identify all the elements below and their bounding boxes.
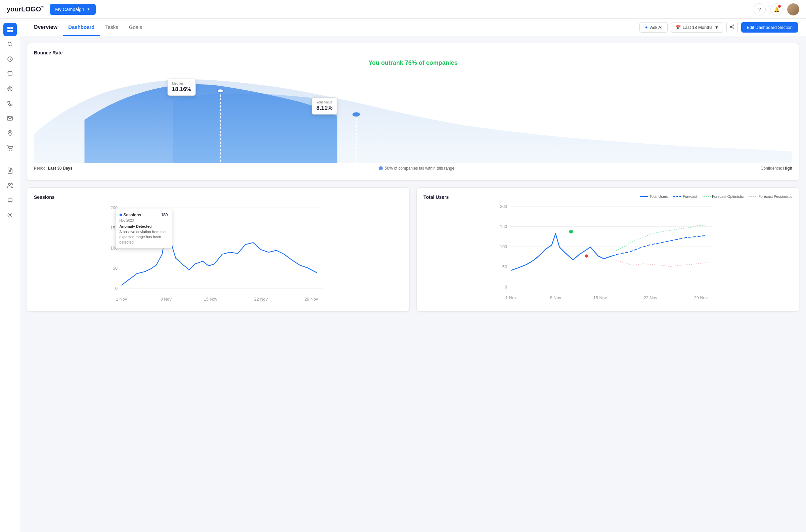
svg-text:8 Nov: 8 Nov xyxy=(550,296,561,300)
bounce-rate-svg xyxy=(34,69,792,163)
sessions-card: Sessions 200 150 100 xyxy=(27,187,410,312)
bounce-chart-area: Median 18.16% Your Value 8.11% xyxy=(34,69,792,163)
svg-rect-0 xyxy=(7,27,10,29)
svg-point-8 xyxy=(8,87,12,91)
svg-text:100: 100 xyxy=(500,245,507,249)
svg-point-9 xyxy=(9,88,11,90)
median-dot xyxy=(217,89,224,93)
avatar-button[interactable] xyxy=(787,3,799,16)
forecast-line xyxy=(612,235,707,256)
svg-text:15 Nov: 15 Nov xyxy=(204,297,218,302)
svg-text:0: 0 xyxy=(505,285,507,289)
svg-line-5 xyxy=(11,45,12,47)
legend-forecast-optimistic: Forecast Optimistic xyxy=(703,194,744,198)
svg-point-21 xyxy=(733,25,734,26)
help-icon: ? xyxy=(758,7,761,12)
sidebar-item-chat[interactable] xyxy=(3,67,17,81)
campaign-label: My Campaign xyxy=(55,7,84,12)
users-anomaly-dot xyxy=(585,254,589,258)
anomaly-title: Anomaly Detected xyxy=(119,224,168,228)
ask-ai-button[interactable]: ✦ Ask AI xyxy=(639,22,668,33)
total-users-card: Total Users Total Users Forecast xyxy=(417,187,799,312)
tab-dashboard[interactable]: Dashboard xyxy=(63,19,100,36)
chart-legend: Total Users Forecast Forecast Optimistic xyxy=(640,194,792,198)
notification-button[interactable]: 🔔 xyxy=(770,3,783,16)
sidebar-item-target[interactable] xyxy=(3,82,17,95)
svg-text:15 Nov: 15 Nov xyxy=(593,296,607,300)
svg-point-10 xyxy=(10,88,11,89)
share-icon xyxy=(730,24,734,30)
svg-rect-3 xyxy=(11,30,13,32)
sidebar-item-document[interactable] xyxy=(3,164,17,177)
svg-text:1 Nov: 1 Nov xyxy=(505,296,517,300)
sessions-chart-container: 200 150 100 50 0 1 Nov 8 Nov 15 Nov 22 N… xyxy=(34,204,403,305)
confidence-info: Confidence: High xyxy=(761,166,792,171)
bounce-chart-container: You outrank 76% of companies xyxy=(34,59,792,174)
tab-overview[interactable]: Overview xyxy=(28,19,63,36)
bounce-footer: Period: Last 30 Days 50% of companies fa… xyxy=(34,166,792,171)
nav-tabs: Overview Dashboard Tasks Goals xyxy=(28,19,148,36)
help-button[interactable]: ? xyxy=(754,3,766,16)
sessions-tooltip-header: Sessions 180 xyxy=(119,213,168,217)
nav-actions: ✦ Ask AI 📅 Last 18 Months ▼ Edit Dashboa… xyxy=(639,22,798,33)
sidebar-item-cart[interactable] xyxy=(3,141,17,154)
sessions-dot xyxy=(119,214,122,216)
notification-dot xyxy=(778,5,781,8)
sessions-value: 180 xyxy=(161,213,168,217)
period-info: Period: Last 30 Days xyxy=(34,166,73,171)
svg-text:150: 150 xyxy=(500,224,507,229)
total-users-line-icon xyxy=(640,196,648,197)
bottom-charts: Sessions 200 150 100 xyxy=(27,187,799,312)
campaign-button[interactable]: My Campaign ▼ xyxy=(50,4,95,15)
tab-tasks[interactable]: Tasks xyxy=(100,19,123,36)
sessions-tooltip: Sessions 180 Nov 2023 Anomaly Detected A… xyxy=(115,209,172,249)
sidebar-item-mail[interactable] xyxy=(3,112,17,125)
logo: yourLOGO™ xyxy=(7,5,44,13)
bounce-headline: You outrank 76% of companies xyxy=(34,59,792,66)
anomaly-desc: A positive deviation from the expected r… xyxy=(119,229,168,245)
legend-forecast: Forecast xyxy=(673,194,697,198)
logo-text: yourLOGO™ xyxy=(7,5,44,13)
svg-text:29 Nov: 29 Nov xyxy=(305,297,319,302)
svg-point-23 xyxy=(730,26,731,27)
sessions-svg: 200 150 100 50 0 1 Nov 8 Nov 15 Nov 22 N… xyxy=(34,204,403,305)
svg-text:200: 200 xyxy=(500,204,507,209)
main-content: Overview Dashboard Tasks Goals ✦ Ask AI xyxy=(20,19,806,318)
date-range-button[interactable]: 📅 Last 18 Months ▼ xyxy=(671,22,723,33)
forecast-optimistic-icon xyxy=(703,196,711,197)
svg-text:1 Nov: 1 Nov xyxy=(116,297,127,302)
svg-point-17 xyxy=(8,183,11,185)
sidebar-item-grid[interactable] xyxy=(3,23,17,36)
sidebar-item-people[interactable] xyxy=(3,179,17,192)
svg-point-13 xyxy=(9,150,10,150)
svg-text:50: 50 xyxy=(502,265,507,269)
sidebar-item-settings[interactable] xyxy=(3,208,17,222)
avatar xyxy=(787,3,799,16)
svg-point-4 xyxy=(8,42,11,46)
range-legend: 50% of companies fall within this range xyxy=(379,166,454,171)
ai-star-icon: ✦ xyxy=(645,25,648,30)
date-range-label: Last 18 Months xyxy=(683,25,713,30)
bounce-rate-title: Bounce Rate xyxy=(34,50,792,55)
svg-rect-1 xyxy=(11,27,13,29)
total-users-svg: 200 150 100 50 0 1 Nov 8 Nov 15 Nov 22 N… xyxy=(423,203,792,303)
range-dot xyxy=(379,166,383,170)
forecast-line-icon xyxy=(673,196,682,197)
legend-forecast-pessimistic: Forecast Pessimistic xyxy=(749,194,792,198)
tab-goals[interactable]: Goals xyxy=(123,19,148,36)
secondary-nav: Overview Dashboard Tasks Goals ✦ Ask AI xyxy=(20,19,806,36)
total-users-title: Total Users xyxy=(423,194,449,200)
share-button[interactable] xyxy=(726,22,738,33)
sidebar-item-chart[interactable] xyxy=(3,52,17,66)
svg-text:8 Nov: 8 Nov xyxy=(160,297,172,302)
sidebar-item-location[interactable] xyxy=(3,126,17,140)
your-value-dot xyxy=(353,113,359,116)
edit-dashboard-button[interactable]: Edit Dashboard Section xyxy=(741,22,798,33)
forecast-optimistic-line xyxy=(616,225,707,251)
svg-text:0: 0 xyxy=(115,286,117,291)
sidebar-item-phone[interactable] xyxy=(3,97,17,110)
sidebar xyxy=(0,19,20,318)
bounce-rate-card: Bounce Rate You outrank 76% of companies xyxy=(27,43,799,181)
sidebar-item-search[interactable] xyxy=(3,38,17,51)
sidebar-item-plugin[interactable] xyxy=(3,193,17,207)
